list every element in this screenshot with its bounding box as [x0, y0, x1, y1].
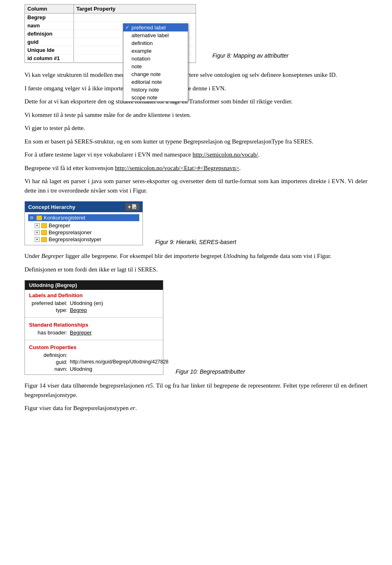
- dropdown-item-preferred-label[interactable]: preferred label: [123, 24, 188, 31]
- folder-icon: [36, 215, 42, 220]
- col1-header: Column: [25, 4, 74, 13]
- p7-link[interactable]: http://semicolon.no/vocab/: [193, 151, 258, 158]
- p13-pre: Figur viser data for Begrepsrelasjonstyp…: [24, 405, 130, 411]
- row2-label: navn: [25, 22, 74, 29]
- row-value: Begrep: [70, 307, 87, 313]
- dropdown-item-example[interactable]: example: [123, 47, 188, 55]
- paragraph-6: En som er basert på SERES-struktur, og e…: [24, 137, 368, 146]
- dropdown-item-scope-note[interactable]: scope note: [123, 94, 188, 101]
- begrep-row: type: Begrep: [29, 307, 159, 313]
- p7-pre: For å utføre testene lager vi nye vokabu…: [24, 151, 193, 158]
- p10-italic: Begreper: [41, 253, 64, 259]
- col2-header: Target Property: [74, 4, 196, 13]
- row5-label: Unique Ide: [25, 46, 74, 54]
- dropdown-menu[interactable]: preferred label alternative label defini…: [123, 23, 188, 102]
- paragraph-3: Dette for at vi kan eksportere den og st…: [24, 97, 368, 106]
- row-value: Utlodning: [70, 366, 92, 372]
- page-content: Column Target Property Begrep preferred …: [24, 0, 368, 413]
- row-label: has broader:: [29, 330, 70, 336]
- tree-root-label: Konkursregisteret: [44, 215, 85, 221]
- begrep-row: guid: http://seres.no/guid/Begrep/Utlodn…: [29, 359, 159, 365]
- paragraph-13: Figur viser data for Begrepsrelasjonstyp…: [24, 404, 368, 413]
- p12-pre: Figur 14 viser data tilhørende begrepsre…: [24, 382, 146, 389]
- row6-label: id column #1: [25, 54, 74, 62]
- p8-post: .: [239, 165, 241, 171]
- tree-item-begrepsrelasjoner: + Begrepsrelasjoner: [35, 229, 139, 236]
- row3-label: definisjon: [25, 30, 74, 38]
- row4-label: guid: [25, 38, 74, 46]
- tree-label: Begrepsrelasjonstyper: [49, 236, 101, 242]
- dropdown-item-alt-label[interactable]: alternative label: [123, 31, 188, 39]
- p13-post: .: [135, 405, 137, 411]
- section-title-labels: Labels and Definition: [29, 292, 159, 298]
- figure8-caption: Figur 8: Mapping av attributter: [212, 52, 289, 63]
- begrep-row: definisjon:: [29, 352, 159, 358]
- row-value: http://seres.no/guid/Begrep/Utlodning/42…: [70, 359, 169, 365]
- p12-italic: rt5: [146, 382, 153, 389]
- expand-icon[interactable]: +: [35, 223, 40, 228]
- p10-mid: ligger alle begrepene. For eksempel blir…: [64, 253, 223, 259]
- expand-icon[interactable]: +: [35, 237, 40, 242]
- section-labels: Labels and Definition preferred label: U…: [25, 290, 163, 316]
- figure10-caption: Figur 10: Begrepsattributter: [176, 368, 245, 375]
- tree-item-root: ⊝ Konkursregisteret: [28, 214, 139, 221]
- tree-label: Begrepsrelasjoner: [49, 229, 92, 235]
- p10-pre: Under: [24, 253, 41, 259]
- p8-link[interactable]: http://semicolon.no/vocab/<Etat>#<Begrep…: [115, 165, 239, 171]
- dropdown-item-history-note[interactable]: history note: [123, 86, 188, 94]
- hierarchy-box: Concept Hierarchy +🖹 ⊝ Konkursregisteret…: [24, 201, 143, 245]
- section-title-relationships: Standard Relationships: [29, 322, 159, 328]
- dropdown-item-editorial-note[interactable]: editorial note: [123, 78, 188, 86]
- hierarchy-button[interactable]: +🖹: [125, 203, 139, 211]
- p8-pre: Begrepene vil få id etter konvensjon: [24, 165, 115, 171]
- row-label: navn:: [29, 366, 70, 372]
- expand-icon[interactable]: +: [35, 230, 40, 235]
- paragraph-9: Vi har nå laget en parser i java som par…: [24, 177, 368, 195]
- row1-value: preferred label alternative label defini…: [74, 13, 196, 21]
- row1-label: Begrep: [25, 13, 74, 21]
- tree-label: Begreper: [49, 222, 70, 229]
- broader-link[interactable]: Begreper: [70, 330, 91, 336]
- dropdown-item-definition[interactable]: definition: [123, 39, 188, 47]
- paragraph-10: Under Begreper ligger alle begrepene. Fo…: [24, 251, 368, 261]
- figure10-area: Utlodning (Begrep) Labels and Definition…: [24, 280, 368, 375]
- figure8-area: Column Target Property Begrep preferred …: [24, 4, 368, 63]
- dropdown-item-note[interactable]: note: [123, 63, 188, 70]
- row-value: Begreper: [70, 330, 91, 336]
- p7-post: .: [258, 151, 260, 158]
- paragraph-5: Vi gjør to tester på dette.: [24, 123, 368, 133]
- folder-icon: [41, 223, 47, 228]
- begrep-row: has broader: Begreper: [29, 330, 159, 336]
- p10-post: ha følgende data som vist i Figur.: [248, 253, 332, 259]
- paragraph-12: Figur 14 viser data tilhørende begrepsre…: [24, 381, 368, 399]
- paragraph-7: For å utføre testene lager vi nye vokabu…: [24, 150, 368, 159]
- table-header: Column Target Property: [24, 4, 196, 13]
- paragraph-11: Definisjonen er tom fordi den ikke er la…: [24, 265, 368, 274]
- begrep-row: preferred label: Utlodning (en): [29, 300, 159, 306]
- paragraph-2: I første omgang velger vi å ikke importe…: [24, 84, 368, 93]
- begrep-row: navn: Utlodning: [29, 366, 159, 372]
- row-label: preferred label:: [29, 300, 70, 306]
- divider: [25, 317, 163, 318]
- dropdown-item-change-note[interactable]: change note: [123, 70, 188, 78]
- section-title-custom: Custom Properties: [29, 344, 159, 350]
- row-label: guid:: [29, 359, 70, 365]
- table-row: Begrep preferred label alternative label…: [25, 13, 196, 22]
- row-value: Utlodning (en): [70, 300, 103, 306]
- hierarchy-header: Concept Hierarchy +🖹: [25, 202, 143, 212]
- section-relationships: Standard Relationships has broader: Begr…: [25, 319, 163, 338]
- folder-icon: [41, 230, 47, 235]
- begrep-header: Utlodning (Begrep): [25, 280, 163, 290]
- type-link[interactable]: Begrep: [70, 307, 87, 313]
- divider: [25, 340, 163, 340]
- tree-item-begreper: + Begreper: [35, 222, 139, 229]
- hierarchy-body: ⊝ Konkursregisteret + Begreper + Begreps…: [25, 212, 143, 245]
- paragraph-1: Vi kan velge strukturen til modellen med…: [24, 70, 368, 80]
- p13-italic: er: [130, 405, 136, 411]
- folder-icon: [41, 237, 47, 242]
- tree-item-begrepsrelasjonstyper: + Begrepsrelasjonstyper: [35, 236, 139, 243]
- figure9-area: Concept Hierarchy +🖹 ⊝ Konkursregisteret…: [24, 201, 368, 245]
- table-body: Begrep preferred label alternative label…: [24, 13, 196, 63]
- paragraph-4: Vi kommer til å teste på samme måte for …: [24, 110, 368, 120]
- dropdown-item-notation[interactable]: notation: [123, 55, 188, 63]
